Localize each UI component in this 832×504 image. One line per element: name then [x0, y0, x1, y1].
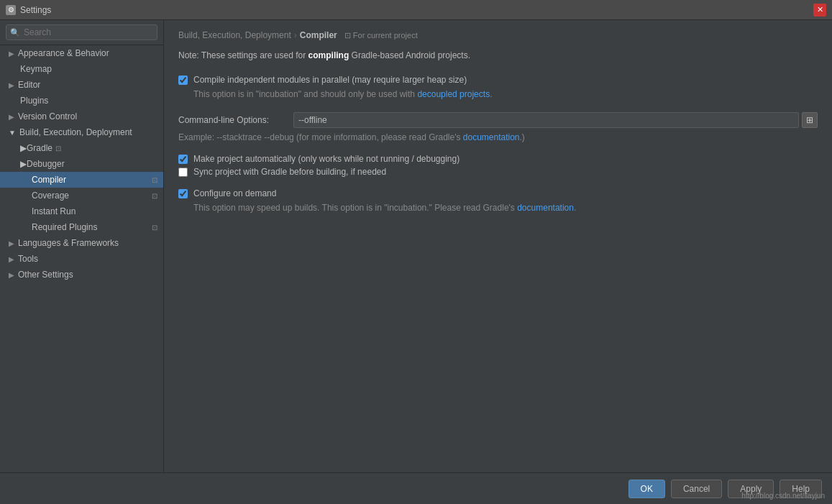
sync-gradle-row: Sync project with Gradle before building… — [178, 167, 818, 177]
sidebar-item-appearance[interactable]: ▶ Appearance & Behavior — [0, 45, 163, 61]
documentation-link-1[interactable]: documentation — [463, 132, 520, 142]
compile-parallel-note: This option is in "incubation" and shoul… — [193, 88, 818, 101]
compiler-icon: ⊡ — [152, 176, 157, 184]
example-prefix: Example: --stacktrace --debug (for more … — [178, 132, 463, 142]
search-icon: 🔍 — [10, 28, 20, 37]
sidebar-item-label: Appearance & Behavior — [18, 48, 109, 58]
breadcrumb-part1: Build, Execution, Deployment — [178, 30, 291, 40]
config-note-prefix: This option may speed up builds. This op… — [193, 203, 517, 213]
window-title: Settings — [20, 5, 813, 15]
note-prefix: Note: These settings are used for — [178, 50, 308, 60]
sidebar-item-version-control[interactable]: ▶ Version Control — [0, 109, 163, 124]
required-plugins-icon: ⊡ — [152, 224, 157, 232]
sidebar-item-label: Languages & Frameworks — [18, 238, 119, 248]
note-bold: compiling — [308, 50, 349, 60]
cmdline-input[interactable] — [293, 112, 799, 128]
arrow-icon: ▶ — [9, 113, 14, 121]
compile-parallel-label[interactable]: Compile independent modules in parallel … — [193, 75, 467, 85]
configure-demand-checkbox[interactable] — [178, 189, 188, 198]
sub-note-prefix: This option is in "incubation" and shoul… — [193, 89, 417, 99]
sidebar-item-label: Plugins — [20, 96, 48, 106]
close-button[interactable]: ✕ — [813, 4, 826, 17]
bottom-bar: OK Cancel Apply Help — [0, 472, 832, 504]
compile-parallel-row: Compile independent modules in parallel … — [178, 75, 818, 85]
compile-parallel-checkbox[interactable] — [178, 75, 188, 85]
sidebar-item-gradle[interactable]: ▶ Gradle ⊡ — [0, 140, 163, 156]
gradle-icon: ⊡ — [55, 145, 61, 152]
arrow-icon: ▶ — [9, 50, 14, 58]
sidebar-item-label: Keymap — [20, 64, 52, 74]
sidebar-item-label: Debugger — [27, 159, 65, 169]
sidebar-item-label: Build, Execution, Deployment — [19, 127, 132, 137]
note-text: Note: These settings are used for compil… — [178, 49, 818, 62]
sidebar: 🔍 ▶ Appearance & Behavior Keymap ▶ Edito… — [0, 20, 164, 472]
sidebar-item-label: Compiler — [32, 175, 66, 185]
arrow-icon: ▶ — [9, 271, 14, 279]
sidebar-item-label: Instant Run — [32, 206, 76, 216]
sidebar-item-tools[interactable]: ▶ Tools — [0, 251, 163, 267]
arrow-icon: ▶ — [9, 81, 14, 89]
sidebar-item-instant-run[interactable]: Instant Run — [0, 203, 163, 219]
make-auto-checkbox[interactable] — [178, 155, 188, 164]
configure-demand-row: Configure on demand — [178, 188, 818, 198]
sidebar-item-required-plugins[interactable]: Required Plugins ⊡ — [0, 219, 163, 235]
search-input[interactable] — [6, 24, 157, 40]
make-auto-section: Make project automatically (only works w… — [178, 154, 818, 177]
main-container: 🔍 ▶ Appearance & Behavior Keymap ▶ Edito… — [0, 20, 832, 472]
make-auto-row: Make project automatically (only works w… — [178, 154, 818, 164]
cmdline-label: Command-line Options: — [178, 115, 293, 125]
sidebar-item-plugins[interactable]: Plugins — [0, 93, 163, 109]
sidebar-item-label: Editor — [18, 80, 40, 90]
sidebar-item-coverage[interactable]: Coverage ⊡ — [0, 188, 163, 203]
apply-button[interactable]: Apply — [728, 480, 774, 498]
sync-gradle-label[interactable]: Sync project with Gradle before building… — [193, 167, 386, 177]
content-area: Build, Execution, Deployment › Compiler … — [164, 20, 832, 472]
sidebar-item-label: Gradle — [27, 143, 52, 153]
search-box: 🔍 — [0, 20, 163, 45]
arrow-icon: ▶ — [20, 159, 27, 169]
cancel-button[interactable]: Cancel — [671, 480, 722, 498]
cmdline-expand-button[interactable]: ⊞ — [802, 112, 818, 128]
sidebar-item-keymap[interactable]: Keymap — [0, 61, 163, 77]
sidebar-item-debugger[interactable]: ▶ Debugger — [0, 156, 163, 172]
breadcrumb: Build, Execution, Deployment › Compiler … — [178, 30, 818, 40]
coverage-icon: ⊡ — [152, 192, 157, 200]
sidebar-item-label: Other Settings — [18, 270, 73, 280]
breadcrumb-part2: Compiler — [300, 30, 337, 40]
sidebar-item-label: Tools — [18, 254, 38, 264]
configure-demand-note: This option may speed up builds. This op… — [193, 201, 818, 214]
sync-gradle-checkbox[interactable] — [178, 168, 188, 177]
compile-parallel-section: Compile independent modules in parallel … — [178, 75, 818, 101]
make-auto-label[interactable]: Make project automatically (only works w… — [193, 154, 460, 164]
help-button[interactable]: Help — [780, 480, 822, 498]
note-suffix: Gradle-based Android projects. — [349, 50, 470, 60]
example-suffix: .) — [520, 132, 525, 142]
breadcrumb-separator: › — [294, 30, 297, 40]
config-note-suffix: . — [574, 203, 576, 213]
sidebar-item-build[interactable]: ▼ Build, Execution, Deployment — [0, 124, 163, 140]
sidebar-item-editor[interactable]: ▶ Editor — [0, 77, 163, 93]
cmdline-example: Example: --stacktrace --debug (for more … — [178, 132, 818, 142]
configure-demand-section: Configure on demand This option may spee… — [178, 188, 818, 214]
sidebar-item-other[interactable]: ▶ Other Settings — [0, 267, 163, 283]
ok-button[interactable]: OK — [628, 480, 665, 498]
arrow-expanded-icon: ▼ — [9, 129, 16, 137]
sidebar-item-compiler[interactable]: Compiler ⊡ — [0, 172, 163, 188]
cmdline-row: Command-line Options: ⊞ — [178, 112, 818, 128]
sidebar-item-label: Required Plugins — [32, 222, 97, 232]
configure-demand-label[interactable]: Configure on demand — [193, 188, 276, 198]
sidebar-item-languages[interactable]: ▶ Languages & Frameworks — [0, 235, 163, 251]
window-icon: ⚙ — [6, 5, 16, 15]
sidebar-item-label: Version Control — [18, 111, 77, 122]
documentation-link-2[interactable]: documentation — [517, 203, 574, 213]
arrow-icon: ▶ — [9, 255, 14, 263]
title-bar: ⚙ Settings ✕ — [0, 0, 832, 20]
sidebar-item-label: Coverage — [32, 191, 69, 201]
arrow-icon: ▶ — [9, 239, 14, 247]
sub-note-suffix: . — [490, 89, 492, 99]
arrow-icon: ▶ — [20, 143, 27, 153]
decoupled-projects-link[interactable]: decoupled projects — [417, 89, 490, 99]
breadcrumb-for-current: ⊡ For current project — [344, 31, 418, 40]
